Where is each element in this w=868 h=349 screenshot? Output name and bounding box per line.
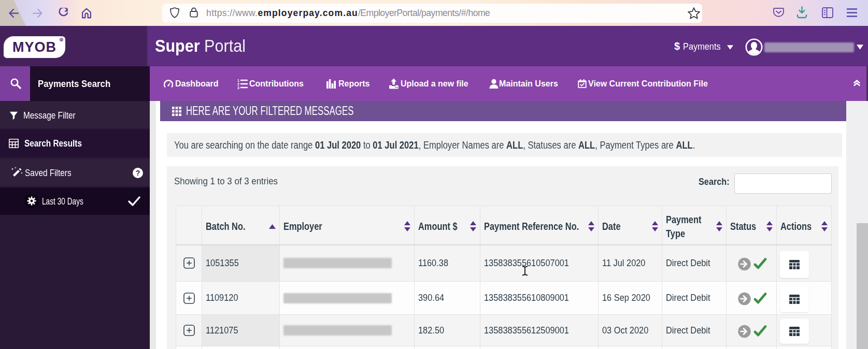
- svg-text:?: ?: [136, 169, 140, 177]
- svg-text:2: 2: [237, 82, 239, 86]
- svg-text:3: 3: [237, 86, 239, 89]
- svg-text:1: 1: [237, 79, 239, 82]
